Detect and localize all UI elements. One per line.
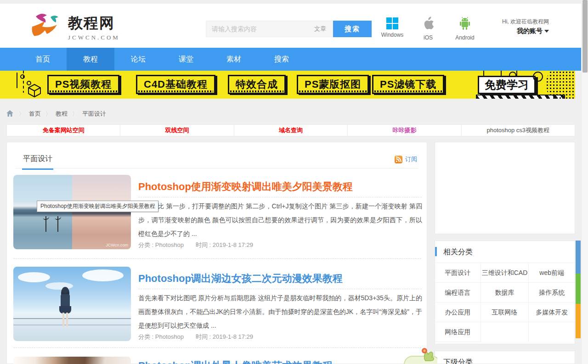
- apple-icon: [422, 24, 434, 32]
- article-title[interactable]: Photoshop调出外景人像唯美艺术效果教程: [138, 359, 423, 364]
- article-time: 时间 : 2019-1-8 17:29: [196, 241, 253, 248]
- banner-decor-ring: [533, 72, 543, 82]
- breadcrumb-tutorials[interactable]: 教程: [56, 110, 68, 118]
- banner-sign-mask[interactable]: PS蒙版抠图: [297, 75, 369, 94]
- nav-item-material[interactable]: 素材: [210, 48, 258, 71]
- banner-sign-filter[interactable]: PS滤镜下载: [372, 75, 444, 94]
- search-type-select[interactable]: 文章: [308, 21, 333, 37]
- girl-silhouette: [57, 287, 73, 329]
- logo-birds-icon: [29, 11, 63, 41]
- article-category: 分类 : Photoshop: [138, 241, 184, 248]
- cactus-widget-icon[interactable]: [401, 343, 437, 364]
- banner-sign-c4d[interactable]: C4D基础教程: [136, 75, 215, 94]
- cube-icon: [27, 83, 42, 99]
- category-cell[interactable]: 操作系统: [529, 283, 575, 302]
- breadcrumb-home[interactable]: 首页: [29, 110, 41, 118]
- category-cell[interactable]: 数据库: [481, 283, 529, 302]
- article-category: 分类 : Photoshop: [138, 333, 184, 340]
- sidebar-ad-slot[interactable]: [435, 142, 575, 234]
- android-icon: [459, 24, 471, 32]
- category-cell[interactable]: 三维设计和CAD: [481, 263, 529, 283]
- article-list-panel: 平面设计 订阅 JCWcn.com Photoshop使用渐变映射调出唯美夕阳美…: [6, 142, 427, 364]
- article-title[interactable]: Photoshop调出湖边女孩二次元动漫效果教程: [138, 272, 423, 286]
- nav-item-classroom[interactable]: 课堂: [162, 48, 210, 71]
- account-menu[interactable]: 我的账号: [502, 26, 549, 36]
- article-excerpt: 首先来看下对比图吧 原片分析与后期思路 这组片子是朋友临时帮我拍的，器材5D3+…: [138, 291, 422, 332]
- article-time: 时间 : 2019-1-8 17:29: [196, 333, 253, 340]
- greeting-text: Hi, 欢迎莅临教程网: [502, 17, 549, 26]
- site-title: 教程网: [68, 14, 120, 32]
- article-excerpt: 效果对比 第一步，打开要调整的图片 第二步，Ctrl+J复制这个图片 第三步，新…: [138, 199, 422, 241]
- category-cell[interactable]: 办公应用: [435, 302, 481, 322]
- quick-link[interactable]: 免备案网站空间: [7, 125, 120, 136]
- category-cell[interactable]: 多媒体开发: [529, 302, 575, 322]
- subscribe-label: 订阅: [405, 155, 417, 163]
- platform-label: iOS: [413, 34, 443, 41]
- breadcrumb-current[interactable]: 平面设计: [82, 110, 106, 118]
- scrollbar-thumb[interactable]: [582, 0, 588, 73]
- site-logo[interactable]: 教程网 JCWCN.COM: [29, 11, 120, 41]
- search-button[interactable]: 搜索: [333, 21, 372, 37]
- site-domain: JCWCN.COM: [68, 34, 120, 41]
- quick-link[interactable]: 咔咔摄影: [348, 125, 461, 136]
- category-cell[interactable]: 网络应用: [435, 322, 481, 342]
- promo-banner[interactable]: PS视频教程 C4D基础教程 特效合成 PS蒙版抠图 PS滤镜下载 免费学习: [0, 71, 575, 99]
- category-cell[interactable]: 编程语言: [435, 283, 481, 302]
- search-input[interactable]: [206, 21, 308, 37]
- banner-sign-free-study[interactable]: 免费学习: [478, 76, 536, 94]
- main-nav: 首页 教程 论坛 课堂 素材 搜索: [0, 48, 581, 71]
- search-bar: 文章 搜索: [206, 21, 372, 37]
- page-scrollbar[interactable]: [581, 0, 588, 364]
- article-meta: 分类 : Photoshop时间 : 2019-1-8 17:29: [138, 333, 265, 341]
- article-thumbnail[interactable]: JCWcn.com: [13, 175, 131, 249]
- tab-graphic-design[interactable]: 平面设计: [22, 151, 53, 170]
- title-divider: [138, 289, 422, 289]
- platform-ios[interactable]: iOS: [413, 17, 443, 41]
- account-label: 我的账号: [517, 26, 543, 36]
- nav-item-search[interactable]: 搜索: [258, 48, 305, 71]
- quick-links-bar: 免备案网站空间 双线空间 域名查询 咔咔摄影 photoshop cs3视频教程: [6, 124, 575, 136]
- windows-icon: [386, 17, 398, 29]
- quick-link[interactable]: 域名查询: [234, 125, 348, 136]
- chevron-down-icon: [544, 30, 549, 33]
- side-strip-orange[interactable]: [576, 304, 581, 338]
- nav-item-tutorials[interactable]: 教程: [67, 48, 114, 71]
- article-title[interactable]: Photoshop使用渐变映射调出唯美夕阳美景教程: [138, 180, 423, 194]
- watermark-text: JCWcn.com: [106, 243, 128, 247]
- category-cell[interactable]: 互联网络: [481, 302, 529, 322]
- quick-link[interactable]: 双线空间: [120, 125, 234, 136]
- category-cell-empty: [481, 322, 529, 342]
- subscribe-link[interactable]: 订阅: [395, 155, 417, 163]
- related-categories-grid: 平面设计 三维设计和CAD web前端 编程语言 数据库 操作系统 办公应用 互…: [435, 263, 575, 342]
- article-thumbnail[interactable]: [13, 267, 131, 341]
- quick-link[interactable]: photoshop cs3视频教程: [462, 125, 575, 136]
- platform-windows[interactable]: Windows: [378, 17, 407, 38]
- banner-decor-dot: [20, 74, 25, 79]
- category-cell-empty: [529, 322, 575, 342]
- article-thumbnail[interactable]: [13, 357, 131, 364]
- nav-item-home[interactable]: 首页: [19, 48, 67, 71]
- platform-label: Android: [450, 34, 480, 41]
- side-strip-green[interactable]: [576, 274, 581, 304]
- banner-dots-decor: [546, 71, 575, 99]
- sub-categories-title: 下级分类: [435, 351, 575, 364]
- breadcrumb: 〉 首页 〉 教程 〉 平面设计: [6, 109, 106, 118]
- platform-label: Windows: [378, 32, 407, 38]
- banner-sign-ps-video[interactable]: PS视频教程: [47, 75, 119, 94]
- nav-item-forum[interactable]: 论坛: [114, 48, 162, 71]
- side-strip-blue[interactable]: [576, 241, 581, 274]
- sub-categories-panel: 下级分类: [435, 351, 575, 364]
- breadcrumb-separator: 〉: [72, 110, 78, 118]
- platform-android[interactable]: Android: [450, 17, 480, 41]
- breadcrumb-separator: 〉: [19, 110, 24, 118]
- related-categories-panel: 相关分类 平面设计 三维设计和CAD web前端 编程语言 数据库 操作系统 办…: [435, 241, 575, 344]
- title-divider: [138, 197, 422, 197]
- category-cell[interactable]: web前端: [529, 263, 575, 283]
- category-tab-row: 平面设计 订阅: [16, 151, 418, 168]
- category-cell[interactable]: 平面设计: [435, 263, 481, 283]
- banner-sign-vfx[interactable]: 特效合成: [228, 75, 286, 94]
- banner-decor-line: [17, 73, 17, 88]
- home-icon[interactable]: [6, 110, 13, 118]
- account-area: Hi, 欢迎莅临教程网 我的账号: [502, 17, 549, 36]
- article-meta: 分类 : Photoshop时间 : 2019-1-8 17:29: [138, 241, 265, 249]
